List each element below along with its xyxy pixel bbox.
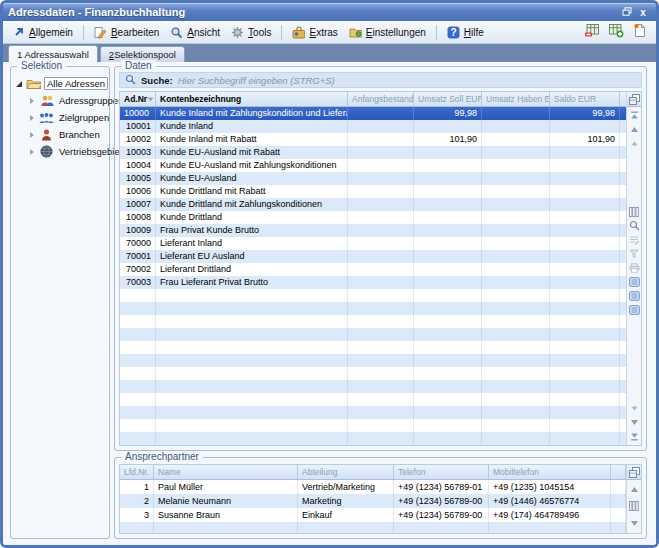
- scroll-down-icon[interactable]: [628, 518, 640, 529]
- empty-row[interactable]: [120, 367, 626, 380]
- column-header-adnr[interactable]: Ad.Nr: [120, 92, 156, 106]
- empty-row[interactable]: [120, 302, 626, 315]
- settings-folder-icon: [349, 26, 362, 39]
- tree-item-zielgruppen[interactable]: Zielgruppen: [27, 109, 107, 126]
- expand-arrow-icon[interactable]: [27, 149, 36, 155]
- column-header-kontenbezeichnung[interactable]: Kontenbezeichnung: [156, 92, 348, 106]
- filter-edit-icon[interactable]: [628, 234, 640, 245]
- empty-row[interactable]: [120, 393, 626, 406]
- daten-table-row[interactable]: 10000 Kunde Inland mit Zahlungskondition…: [120, 107, 626, 120]
- expand-arrow-icon[interactable]: [27, 115, 36, 121]
- remove-table-button[interactable]: [583, 24, 600, 40]
- list-view-icon[interactable]: [628, 304, 640, 315]
- empty-row[interactable]: [120, 432, 626, 445]
- scroll-top-icon[interactable]: [628, 110, 640, 121]
- daten-table-row[interactable]: 10005 Kunde EU-Ausland: [120, 172, 626, 185]
- daten-table-row[interactable]: 70001 Lieferant EU Ausland: [120, 250, 626, 263]
- scroll-bottom-icon[interactable]: [628, 431, 640, 442]
- daten-table-row[interactable]: 70000 Lieferant Inland: [120, 237, 626, 250]
- daten-side-rail: [626, 92, 641, 445]
- search-placeholder: Hier Suchbegriff eingeben (STRG+S): [178, 75, 335, 86]
- toolbox-icon: [292, 26, 305, 39]
- empty-row[interactable]: [120, 522, 626, 533]
- column-header-mobiltelefon[interactable]: Mobiltelefon: [489, 465, 611, 479]
- daten-table-row[interactable]: 10009 Frau Privat Kunde Brutto: [120, 224, 626, 237]
- columns-icon[interactable]: [628, 206, 640, 217]
- copy-grid-icon[interactable]: [628, 94, 640, 105]
- empty-row[interactable]: [120, 341, 626, 354]
- menu-separator: [281, 25, 282, 40]
- tree-item-alle-adressen[interactable]: Alle Adressen: [14, 75, 107, 92]
- view-magnifier-icon: [170, 26, 183, 39]
- empty-row[interactable]: [120, 328, 626, 341]
- people-icon: [39, 94, 54, 107]
- daten-table-row[interactable]: 70002 Lieferant Drittland: [120, 263, 626, 276]
- filter-icon[interactable]: [628, 248, 640, 259]
- empty-row[interactable]: [120, 419, 626, 432]
- menu-item-hilfe[interactable]: ? Hilfe: [442, 24, 489, 41]
- daten-table-row[interactable]: 10007 Kunde Drittland mit Zahlungskondit…: [120, 198, 626, 211]
- expand-arrow-icon[interactable]: [14, 81, 23, 87]
- menu-item-bearbeiten[interactable]: Bearbeiten: [89, 24, 164, 41]
- restore-button[interactable]: [619, 5, 635, 19]
- column-header-name[interactable]: Name: [154, 465, 298, 479]
- expand-arrow-icon[interactable]: [27, 98, 36, 104]
- list-view-icon[interactable]: [628, 276, 640, 287]
- zoom-icon[interactable]: [628, 220, 640, 231]
- page-up-icon[interactable]: [628, 138, 640, 149]
- svg-text:?: ?: [450, 27, 456, 38]
- columns-icon[interactable]: [628, 501, 640, 512]
- daten-table-row[interactable]: 10003 Kunde EU-Ausland mit Rabatt: [120, 146, 626, 159]
- expand-arrow-icon[interactable]: [27, 132, 36, 138]
- list-view-icon[interactable]: [628, 290, 640, 301]
- menu-item-ansicht[interactable]: Ansicht: [165, 24, 225, 41]
- daten-table-row[interactable]: 10008 Kunde Drittland: [120, 211, 626, 224]
- edit-page-icon: [94, 26, 107, 39]
- column-header-telefon[interactable]: Telefon: [394, 465, 489, 479]
- globe-icon: [39, 145, 54, 158]
- column-header-lfdnr[interactable]: Lfd.Nr.: [120, 465, 154, 479]
- ansprechpartner-side-rail: [626, 465, 641, 533]
- printer-icon[interactable]: [628, 262, 640, 273]
- arrow-ne-icon: [12, 26, 25, 39]
- column-header-umsatz-soll[interactable]: Umsatz Soll EUR: [414, 92, 482, 106]
- empty-row[interactable]: [120, 354, 626, 367]
- new-document-button[interactable]: [631, 24, 648, 40]
- daten-table-row[interactable]: 10006 Kunde Drittland mit Rabatt: [120, 185, 626, 198]
- Paul Müller[interactable]: 1 Paul Müller Vertrieb/Marketing +49 (12…: [120, 480, 626, 494]
- scroll-down-icon[interactable]: [628, 417, 640, 428]
- tree-item-branchen[interactable]: Branchen: [27, 126, 107, 143]
- add-table-button[interactable]: [607, 24, 624, 40]
- tree-item-adressgruppen[interactable]: Adressgruppen: [27, 92, 107, 109]
- Melanie Neumann[interactable]: 2 Melanie Neumann Marketing +49 (1234) 5…: [120, 494, 626, 508]
- empty-row[interactable]: [120, 315, 626, 328]
- folder-open-icon: [26, 77, 41, 90]
- scroll-up-icon[interactable]: [628, 124, 640, 135]
- ansprechpartner-table-body: 1 Paul Müller Vertrieb/Marketing +49 (12…: [120, 480, 626, 533]
- empty-row[interactable]: [120, 380, 626, 393]
- daten-table-row[interactable]: 10004 Kunde EU-Ausland mit Zahlungskondi…: [120, 159, 626, 172]
- copy-grid-icon[interactable]: [628, 467, 640, 478]
- daten-table-row[interactable]: 70003 Frau Lieferant Privat Brutto: [120, 276, 626, 289]
- table-minus-icon: [584, 23, 600, 42]
- daten-table-row[interactable]: 10002 Kunde Inland mit Rabatt 101,90 101…: [120, 133, 626, 146]
- page-down-icon[interactable]: [628, 403, 640, 414]
- menu-item-einstellungen[interactable]: Einstellungen: [344, 24, 431, 41]
- empty-row[interactable]: [120, 406, 626, 419]
- column-header-umsatz-haben[interactable]: Umsatz Haben EUR: [482, 92, 550, 106]
- column-header-saldo[interactable]: Saldo EUR: [550, 92, 620, 106]
- scroll-up-icon[interactable]: [628, 484, 640, 495]
- column-header-anfangsbestand[interactable]: Anfangsbestand EUR: [348, 92, 414, 106]
- menu-item-extras[interactable]: Extras: [287, 24, 342, 41]
- daten-table-row[interactable]: 10001 Kunde Inland: [120, 120, 626, 133]
- search-input[interactable]: Suche: Hier Suchbegriff eingeben (STRG+S…: [119, 72, 642, 88]
- close-button[interactable]: x: [635, 5, 651, 19]
- empty-row[interactable]: [120, 289, 626, 302]
- Susanne Braun[interactable]: 3 Susanne Braun Einkauf +49 (1234) 56789…: [120, 508, 626, 522]
- menu-item-allgemein[interactable]: Allgemein: [7, 24, 78, 41]
- column-header-abteilung[interactable]: Abteilung: [298, 465, 394, 479]
- tree-item-vertriebsgebiete[interactable]: Vertriebsgebiete: [27, 143, 107, 160]
- window-title: Adressdaten - Finanzbuchhaltung: [8, 6, 619, 18]
- menu-item-tools[interactable]: Tools: [226, 24, 276, 41]
- daten-group-label: Daten: [121, 60, 156, 72]
